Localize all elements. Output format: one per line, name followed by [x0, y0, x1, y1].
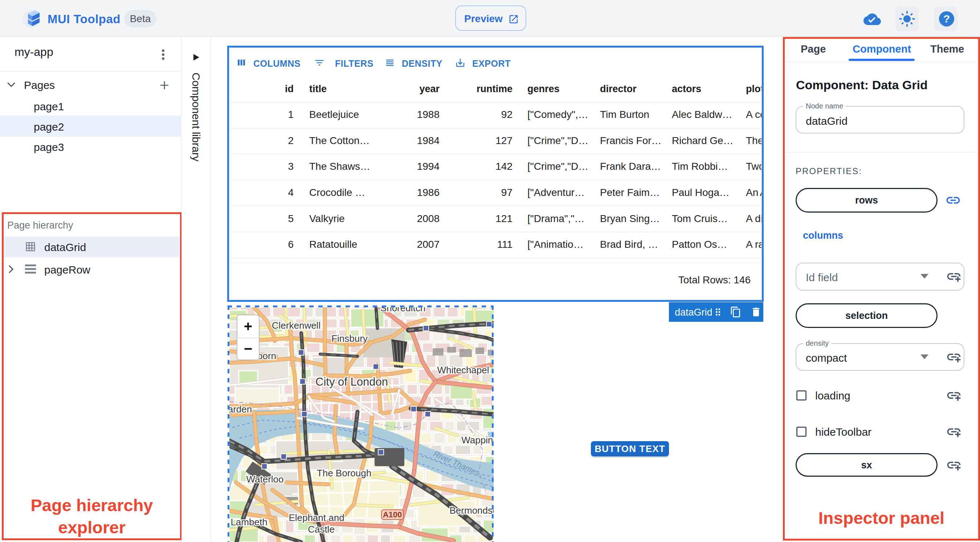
svg-text:Clerkenwell: Clerkenwell — [272, 320, 320, 331]
svg-text:City of London: City of London — [315, 375, 388, 388]
svg-text:arden: arden — [229, 404, 252, 415]
svg-text:The Borough: The Borough — [317, 467, 371, 478]
svg-text:Finsbury: Finsbury — [331, 333, 368, 344]
svg-text:Wapping: Wapping — [461, 435, 494, 445]
svg-text:Whitechapel: Whitechapel — [437, 365, 489, 375]
svg-text:Bermondse: Bermondse — [450, 505, 494, 516]
svg-text:Waterloo: Waterloo — [246, 474, 283, 485]
svg-text:born: born — [257, 350, 276, 361]
svg-text:Elephant and: Elephant and — [288, 512, 344, 523]
svg-text:Lambeth: Lambeth — [231, 517, 267, 528]
svg-text:Castle: Castle — [308, 524, 335, 535]
svg-text:Shoreditch: Shoreditch — [380, 307, 425, 313]
svg-text:A100: A100 — [383, 510, 402, 519]
